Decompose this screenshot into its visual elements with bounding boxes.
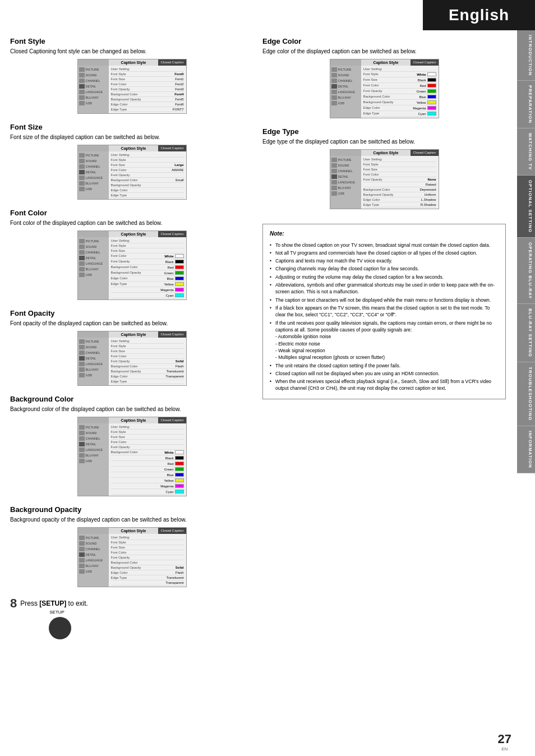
setup-button-icon[interactable] <box>49 617 71 639</box>
menu-nav-item: DETAIL <box>79 552 108 557</box>
menu-nav-item: DETAIL <box>79 255 108 261</box>
menu-nav-item: SOUND <box>79 541 108 546</box>
nav-icon <box>331 101 337 105</box>
menu-row: Edge Type <box>111 193 184 198</box>
menu-row-user-setting: User Setting <box>111 67 184 72</box>
menu-row: Font Style <box>363 162 436 167</box>
nav-icon <box>331 191 337 196</box>
section-edge-type: Edge Type Edge type of the displayed cap… <box>262 127 506 209</box>
menu-nav-item: BLU-RAY <box>79 453 108 458</box>
nav-icon <box>331 158 337 162</box>
section-font-size: Font Size Font size of the displayed cap… <box>10 123 253 200</box>
nav-icon <box>79 356 85 361</box>
menu-row: Font Size <box>111 248 184 253</box>
note-list: To show the closed caption on your TV sc… <box>270 242 499 392</box>
menu-content-area: User Setting Font Style Font Size Font C… <box>109 423 186 496</box>
menu-sidebar: PICTURE SOUND CHANNEL DETAIL LANGUAGE BL… <box>78 151 109 199</box>
side-tab-troubleshooting[interactable]: TROUBLESHOOTING <box>517 362 535 426</box>
nav-icon <box>79 536 85 540</box>
menu-nav-item: CHANNEL <box>331 78 360 84</box>
nav-icon <box>79 552 85 557</box>
menu-body: PICTURE SOUND CHANNEL DETAIL LANGUAGE BL… <box>78 534 186 587</box>
menu-row: Red <box>111 461 184 467</box>
menu-row: Edge Color Flash <box>111 570 184 575</box>
menu-nav-item: SOUND <box>79 244 108 250</box>
menu-nav-item: PICTURE <box>79 153 108 158</box>
section-font-style: Font Style Closed Captioning font style … <box>10 37 253 114</box>
menu-nav-item: BLU-RAY <box>79 367 108 372</box>
menu-nav-area <box>330 150 361 156</box>
menu-row: Background Opacity <box>111 183 184 188</box>
section-desc-background-color: Background color of the displayed captio… <box>10 405 253 413</box>
menu-row: Font Style <box>111 243 184 248</box>
menu-nav-item: BLU-RAY <box>79 266 108 272</box>
menu-nav-item: CHANNEL <box>79 78 108 84</box>
menu-header: Caption Style Closed Caption <box>78 145 186 151</box>
nav-icon <box>79 170 85 174</box>
section-desc-font-color: Font color of the displayed caption can … <box>10 219 253 227</box>
menu-row-user-setting: User Setting <box>363 157 436 162</box>
side-tab-operating-blu-ray[interactable]: OPERATING BLU-RAY <box>517 238 535 304</box>
side-tab-blu-ray-setting[interactable]: BLU-RAY SETTING <box>517 304 535 362</box>
nav-icon <box>331 186 337 190</box>
menu-row: Font Style White <box>363 72 436 77</box>
side-tab-information[interactable]: INFORMATION <box>517 426 535 473</box>
note-item: Changing channels may delay the closed c… <box>270 265 499 272</box>
section-desc-font-opacity: Font opacity of the displayed caption ca… <box>10 320 253 328</box>
menu-nav-item: BLU-RAY <box>331 185 360 191</box>
menu-nav-item: DETAIL <box>331 174 360 179</box>
menu-row: Font Size Font1 <box>111 77 184 82</box>
menu-content-area: User Setting Font Style Font Size Font C… <box>109 237 186 299</box>
step-8-section: 8 Press [SETUP] to exit. SETUP <box>10 596 253 645</box>
side-tab-watching-tv[interactable]: WATCHING TV <box>517 128 535 175</box>
menu-row: Font Opacity <box>111 555 184 560</box>
section-background-opacity: Background Opacity Background opacity of… <box>10 505 253 587</box>
nav-icon <box>79 569 85 574</box>
section-font-opacity: Font Opacity Font opacity of the display… <box>10 309 253 386</box>
menu-row: Transparent <box>111 580 184 586</box>
menu-mockup-background-color: Caption Style Closed Caption PICTURE SOU… <box>77 417 187 496</box>
menu-nav-item: USB <box>331 191 360 196</box>
menu-row: Edge Color Transparent <box>111 374 184 379</box>
side-tab-optional-setting[interactable]: OPTIONAL SETTING <box>517 176 535 238</box>
menu-row: Font Opacity <box>111 445 184 450</box>
menu-mockup-font-style: Caption Style Closed Caption PICTURE SOU… <box>77 59 187 114</box>
menu-row: Background Color <box>111 560 184 565</box>
left-column: Font Style Closed Captioning font style … <box>10 37 253 739</box>
menu-row-user-setting: User Setting <box>111 153 184 158</box>
menu-row: Edge Color Font6 <box>111 102 184 107</box>
menu-body: PICTURE SOUND CHANNEL DETAIL LANGUAGE BL… <box>78 66 186 113</box>
menu-nav-item: BLU-RAY <box>79 563 108 569</box>
nav-icon <box>79 159 85 163</box>
nav-icon <box>79 176 85 180</box>
menu-nav-item: USB <box>331 100 360 106</box>
menu-row-user-setting: User Setting <box>111 425 184 430</box>
nav-icon <box>79 425 85 430</box>
side-tab-preparation[interactable]: PREPARATION <box>517 81 535 128</box>
menu-nav-item: PICTURE <box>331 157 360 163</box>
menu-content-area: User Setting Font Style White Font Size … <box>361 66 439 118</box>
menu-header: Caption Style Closed Caption <box>330 150 439 156</box>
note-item: To show the closed caption on your TV sc… <box>270 242 499 248</box>
nav-icon <box>79 245 85 249</box>
section-title-edge-type: Edge Type <box>262 127 506 136</box>
menu-row: Font Size <box>111 545 184 550</box>
menu-content-area: User Setting Font Style Font Size Large … <box>109 151 186 199</box>
menu-title: Caption Style <box>109 145 159 151</box>
nav-icon <box>79 436 85 441</box>
menu-nav-item: PICTURE <box>79 238 108 244</box>
nav-icon <box>79 558 85 563</box>
page-number-area: 27 EN <box>498 732 511 752</box>
menu-row: Font Color AWARE <box>111 168 184 173</box>
menu-body: PICTURE SOUND CHANNEL DETAIL LANGUAGE BL… <box>330 66 439 118</box>
menu-row: Font Color <box>111 440 184 445</box>
menu-row: Font Opacity Green <box>363 89 436 94</box>
menu-row: Green <box>111 467 184 472</box>
nav-icon <box>331 95 337 100</box>
menu-nav-item: CHANNEL <box>79 546 108 552</box>
note-title: Note: <box>270 230 499 238</box>
menu-row: Background Opacity Yellow <box>363 100 436 105</box>
menu-row: Edge Color Magenta <box>363 105 436 111</box>
side-tab-introduction[interactable]: INTRODUCTION <box>517 30 535 81</box>
menu-body: PICTURE SOUND CHANNEL DETAIL LANGUAGE BL… <box>78 151 186 199</box>
